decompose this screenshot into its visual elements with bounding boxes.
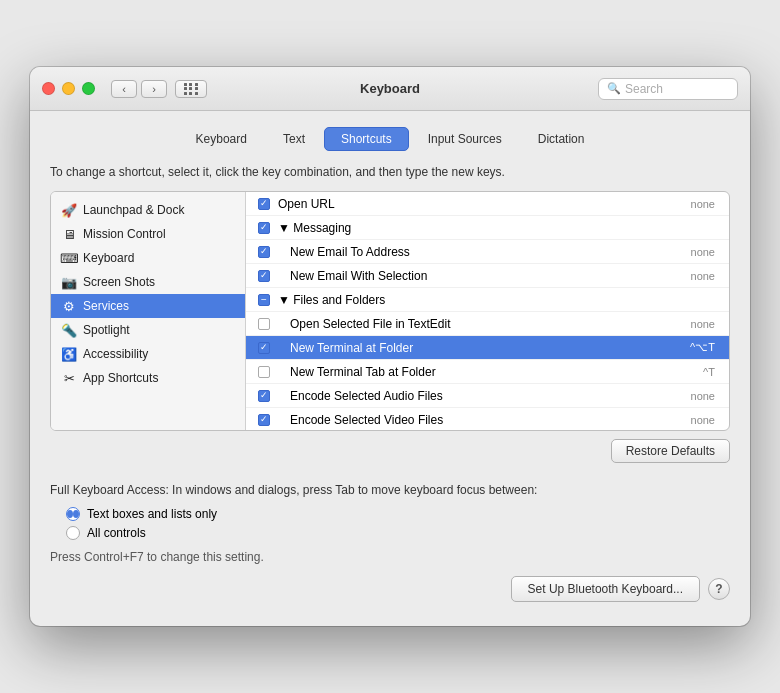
- shortcut-row-open-textedit[interactable]: Open Selected File in TextEdit none: [246, 312, 729, 336]
- sidebar-item-spotlight[interactable]: 🔦 Spotlight: [51, 318, 245, 342]
- checkbox-encode-video-inner[interactable]: [258, 414, 270, 426]
- help-button[interactable]: ?: [708, 578, 730, 600]
- shortcut-row-new-email-sel[interactable]: New Email With Selection none: [246, 264, 729, 288]
- services-icon: ⚙: [61, 298, 77, 314]
- shortcut-row-new-terminal[interactable]: New Terminal at Folder ^⌥T: [246, 336, 729, 360]
- close-button[interactable]: [42, 82, 55, 95]
- sidebar-label-keyboard: Keyboard: [83, 251, 134, 265]
- shortcut-key-new-terminal-tab: ^T: [703, 366, 721, 378]
- radio-all-controls[interactable]: All controls: [66, 526, 730, 540]
- keyboard-access-section: Full Keyboard Access: In windows and dia…: [50, 483, 730, 564]
- checkbox-open-textedit[interactable]: [254, 318, 274, 330]
- bottom-bar: Restore Defaults: [50, 431, 730, 467]
- sidebar-label-accessibility: Accessibility: [83, 347, 148, 361]
- shortcut-key-new-email-sel: none: [691, 270, 721, 282]
- accessibility-icon: ♿: [61, 346, 77, 362]
- checkbox-files-folders-inner[interactable]: [258, 294, 270, 306]
- sidebar-label-screenshots: Screen Shots: [83, 275, 155, 289]
- shortcut-key-new-email-to: none: [691, 246, 721, 258]
- checkbox-new-email-to[interactable]: [254, 246, 274, 258]
- sidebar-item-mission-control[interactable]: 🖥 Mission Control: [51, 222, 245, 246]
- sidebar-item-screenshots[interactable]: 📷 Screen Shots: [51, 270, 245, 294]
- shortcut-label-new-email-to: New Email To Address: [274, 245, 691, 259]
- app-shortcuts-icon: ✂: [61, 370, 77, 386]
- maximize-button[interactable]: [82, 82, 95, 95]
- tab-input-sources[interactable]: Input Sources: [411, 127, 519, 151]
- shortcut-row-files-folders[interactable]: ▼ Files and Folders: [246, 288, 729, 312]
- shortcuts-panel: Open URL none ▼ Messaging New Email To A…: [246, 192, 729, 430]
- grid-button[interactable]: [175, 80, 207, 98]
- checkbox-encode-audio[interactable]: [254, 390, 274, 402]
- search-placeholder: Search: [625, 82, 663, 96]
- title-bar: ‹ › Keyboard 🔍 Search: [30, 67, 750, 111]
- shortcut-label-new-terminal-tab: New Terminal Tab at Folder: [274, 365, 703, 379]
- radio-text-boxes[interactable]: Text boxes and lists only: [66, 507, 730, 521]
- tabs-bar: Keyboard Text Shortcuts Input Sources Di…: [50, 127, 730, 151]
- shortcut-label-open-url: Open URL: [274, 197, 691, 211]
- sidebar-item-keyboard[interactable]: ⌨ Keyboard: [51, 246, 245, 270]
- checkbox-open-textedit-inner[interactable]: [258, 318, 270, 330]
- radio-text-boxes-label: Text boxes and lists only: [87, 507, 217, 521]
- checkbox-open-url[interactable]: [254, 198, 274, 210]
- window-title: Keyboard: [360, 81, 420, 96]
- sidebar-label-spotlight: Spotlight: [83, 323, 130, 337]
- checkbox-open-url-inner[interactable]: [258, 198, 270, 210]
- shortcut-key-open-url: none: [691, 198, 721, 210]
- checkbox-new-terminal-tab-inner[interactable]: [258, 366, 270, 378]
- spotlight-icon: 🔦: [61, 322, 77, 338]
- keyboard-icon: ⌨: [61, 250, 77, 266]
- tab-shortcuts[interactable]: Shortcuts: [324, 127, 409, 151]
- shortcut-row-open-url[interactable]: Open URL none: [246, 192, 729, 216]
- checkbox-messaging[interactable]: [254, 222, 274, 234]
- sidebar: 🚀 Launchpad & Dock 🖥 Mission Control ⌨ K…: [51, 192, 246, 430]
- shortcut-row-messaging[interactable]: ▼ Messaging: [246, 216, 729, 240]
- minimize-button[interactable]: [62, 82, 75, 95]
- checkbox-new-terminal-inner[interactable]: [258, 342, 270, 354]
- shortcut-row-encode-video[interactable]: Encode Selected Video Files none: [246, 408, 729, 430]
- sidebar-item-app-shortcuts[interactable]: ✂ App Shortcuts: [51, 366, 245, 390]
- shortcut-key-encode-audio: none: [691, 390, 721, 402]
- checkbox-encode-audio-inner[interactable]: [258, 390, 270, 402]
- tab-dictation[interactable]: Dictation: [521, 127, 602, 151]
- checkbox-messaging-inner[interactable]: [258, 222, 270, 234]
- sidebar-item-accessibility[interactable]: ♿ Accessibility: [51, 342, 245, 366]
- keyboard-access-title: Full Keyboard Access: In windows and dia…: [50, 483, 730, 497]
- search-box[interactable]: 🔍 Search: [598, 78, 738, 100]
- shortcut-label-new-email-sel: New Email With Selection: [274, 269, 691, 283]
- content-area: Keyboard Text Shortcuts Input Sources Di…: [30, 111, 750, 626]
- main-window: ‹ › Keyboard 🔍 Search Keyboard Text Shor…: [30, 67, 750, 626]
- checkbox-new-terminal-tab[interactable]: [254, 366, 274, 378]
- sidebar-label-launchpad: Launchpad & Dock: [83, 203, 184, 217]
- search-icon: 🔍: [607, 82, 621, 95]
- shortcut-row-new-email-to[interactable]: New Email To Address none: [246, 240, 729, 264]
- screenshots-icon: 📷: [61, 274, 77, 290]
- shortcut-row-encode-audio[interactable]: Encode Selected Audio Files none: [246, 384, 729, 408]
- shortcut-label-encode-audio: Encode Selected Audio Files: [274, 389, 691, 403]
- tab-keyboard[interactable]: Keyboard: [179, 127, 264, 151]
- instruction-text: To change a shortcut, select it, click t…: [50, 165, 730, 179]
- tab-text[interactable]: Text: [266, 127, 322, 151]
- checkbox-new-email-sel[interactable]: [254, 270, 274, 282]
- back-button[interactable]: ‹: [111, 80, 137, 98]
- sidebar-item-launchpad[interactable]: 🚀 Launchpad & Dock: [51, 198, 245, 222]
- grid-icon: [184, 83, 199, 95]
- sidebar-item-services[interactable]: ⚙ Services: [51, 294, 245, 318]
- shortcut-label-new-terminal: New Terminal at Folder: [274, 341, 690, 355]
- forward-button[interactable]: ›: [141, 80, 167, 98]
- checkbox-new-email-to-inner[interactable]: [258, 246, 270, 258]
- restore-defaults-button[interactable]: Restore Defaults: [611, 439, 730, 463]
- shortcut-label-open-textedit: Open Selected File in TextEdit: [274, 317, 691, 331]
- sidebar-label-app-shortcuts: App Shortcuts: [83, 371, 158, 385]
- radio-all-controls-circle: [66, 526, 80, 540]
- checkbox-new-email-sel-inner[interactable]: [258, 270, 270, 282]
- checkbox-encode-video[interactable]: [254, 414, 274, 426]
- shortcut-label-encode-video: Encode Selected Video Files: [274, 413, 691, 427]
- shortcut-row-new-terminal-tab[interactable]: New Terminal Tab at Folder ^T: [246, 360, 729, 384]
- bluetooth-button[interactable]: Set Up Bluetooth Keyboard...: [511, 576, 700, 602]
- keyboard-access-note: Press Control+F7 to change this setting.: [50, 550, 730, 564]
- sidebar-label-services: Services: [83, 299, 129, 313]
- checkbox-new-terminal[interactable]: [254, 342, 274, 354]
- main-panel: 🚀 Launchpad & Dock 🖥 Mission Control ⌨ K…: [50, 191, 730, 431]
- radio-text-boxes-circle: [66, 507, 80, 521]
- checkbox-files-folders[interactable]: [254, 294, 274, 306]
